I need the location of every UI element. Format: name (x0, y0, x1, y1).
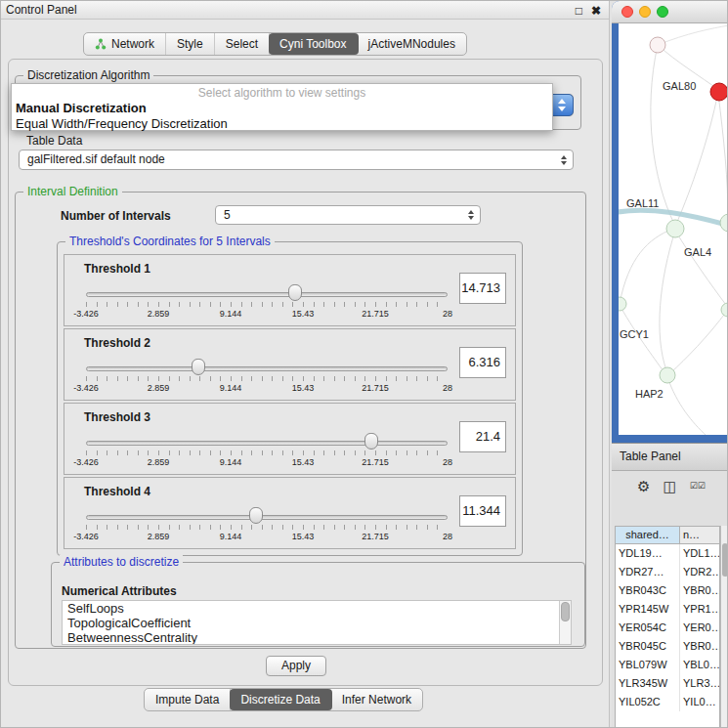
threshold-slider[interactable]: -3.426 2.859 9.144 15.43 21.715 28 (86, 505, 448, 546)
slider-track[interactable] (86, 515, 448, 520)
tab-label: Cyni Toolbox (279, 37, 346, 51)
dropdown-option-manual-discretization[interactable]: Manual Discretization (12, 101, 552, 116)
column-header-shared-name[interactable]: shared… (616, 527, 680, 543)
tab-impute-data[interactable]: Impute Data (145, 689, 231, 710)
attribute-list-item[interactable]: BetweennessCentrality (63, 630, 571, 645)
scale-label: 21.715 (362, 383, 389, 393)
minimize-traffic-light-icon[interactable] (639, 6, 651, 18)
slider-thumb[interactable] (249, 507, 263, 524)
dropdown-placeholder-option[interactable]: Select algorithm to view settings (12, 86, 552, 101)
attributes-legend: Attributes to discretize (60, 555, 183, 569)
number-of-intervals-combobox[interactable]: 5 (215, 205, 481, 225)
scale-label: 21.715 (362, 532, 389, 541)
name-cell: YDL1… (680, 544, 719, 563)
scale-label: 2.859 (148, 532, 170, 541)
table-row[interactable]: YDR27… YDR2… (616, 563, 719, 581)
name-cell: YDR2… (680, 563, 719, 581)
attribute-items: SelfLoops TopologicalCoefficient Between… (63, 601, 571, 645)
tab-label: Style (177, 37, 203, 51)
slider-track[interactable] (86, 441, 448, 446)
close-traffic-light-icon[interactable] (621, 6, 633, 18)
table-row[interactable]: YER054C YER0… (616, 619, 719, 637)
table-row[interactable]: YBR045C YBR0… (616, 637, 719, 656)
slider-thumb[interactable] (288, 284, 302, 301)
scale-label: 21.715 (362, 457, 389, 467)
node[interactable] (660, 367, 675, 383)
screen: Control Panel □ ✖ Network Style Select C… (0, 0, 728, 728)
tab-label: Network (111, 37, 154, 51)
column-header-name[interactable]: n… (680, 527, 719, 543)
table-data-label: Table Data (26, 134, 82, 148)
table-data-combobox[interactable]: galFiltered.sif default node (19, 150, 574, 170)
scale-label: 15.43 (292, 309, 315, 319)
scale-label: 21.715 (362, 309, 389, 319)
slider-scale-labels: -3.426 2.859 9.144 15.43 21.715 28 (86, 457, 448, 469)
shared-name-cell: YLR345W (616, 674, 680, 693)
thresholds-group: Threshold's Coordinates for 5 Intervals … (57, 241, 523, 556)
name-cell: YPR1… (680, 600, 719, 619)
threshold-slider[interactable]: -3.426 2.859 9.144 15.43 21.715 28 (86, 431, 448, 472)
threshold-row: Threshold 4 -3.426 2.859 9.144 15.43 21.… (64, 477, 516, 549)
node[interactable] (666, 220, 684, 237)
select-columns-icon[interactable]: ☑☑ (690, 482, 706, 491)
apply-button[interactable]: Apply (266, 656, 326, 676)
threshold-value-field[interactable]: 21.4 (459, 421, 506, 452)
node[interactable] (619, 297, 626, 311)
threshold-row: Threshold 3 -3.426 2.859 9.144 15.43 21.… (64, 403, 516, 475)
slider-tick-marks (86, 302, 448, 307)
algorithm-dropdown-popup: Select algorithm to view settings Manual… (11, 83, 553, 131)
tab-jactivemnodules[interactable]: jActiveMNodules (358, 33, 466, 55)
tab-infer-network[interactable]: Infer Network (331, 689, 422, 710)
slider-track[interactable] (86, 292, 448, 297)
tab-style[interactable]: Style (166, 33, 215, 55)
attributes-scrollbar[interactable] (559, 601, 571, 644)
tab-network[interactable]: Network (84, 33, 166, 55)
slider-track[interactable] (86, 366, 448, 371)
table-row[interactable]: YBR043C YBR0… (616, 581, 719, 600)
tab-cyni-toolbox[interactable]: Cyni Toolbox (269, 33, 358, 55)
attribute-list-item[interactable]: SelfLoops (63, 601, 571, 616)
threshold-slider[interactable]: -3.426 2.859 9.144 15.43 21.715 28 (86, 282, 448, 323)
network-node-labels: GAL80 GAL11 GAL4 GCY1 HAP2 (620, 80, 711, 400)
network-icon (95, 38, 107, 50)
threshold-value-field[interactable]: 11.344 (459, 495, 506, 527)
slider-thumb[interactable] (364, 433, 378, 450)
threshold-label: Threshold 2 (84, 336, 150, 350)
control-panel-titlebar: Control Panel □ ✖ (1, 1, 609, 20)
attribute-list-item[interactable]: TopologicalCoefficient (63, 616, 571, 630)
table-panel-title: Table Panel (620, 450, 681, 463)
network-canvas[interactable]: GAL80 GAL11 GAL4 GCY1 HAP2 (619, 23, 728, 435)
table-panel-header: Table Panel (612, 443, 728, 471)
table-row[interactable]: YDL19… YDL1… (616, 544, 719, 563)
table-row[interactable]: YLR345W YLR3… (616, 674, 719, 693)
tab-label: Impute Data (155, 693, 219, 707)
scale-label: 28 (443, 309, 452, 319)
scrollbar-thumb[interactable] (561, 602, 570, 621)
node-label: GAL4 (684, 246, 711, 258)
shared-name-cell: YDR27… (616, 563, 680, 581)
float-window-icon[interactable]: □ (576, 2, 582, 20)
gear-icon[interactable]: ⚙ (637, 479, 650, 493)
tab-discretize-data[interactable]: Discretize Data (230, 689, 331, 710)
table-row[interactable]: YIL052C YIL0… (616, 693, 719, 711)
slider-tick-marks (86, 525, 448, 530)
zoom-traffic-light-icon[interactable] (657, 6, 668, 18)
tab-select[interactable]: Select (215, 33, 270, 55)
columns-icon[interactable]: ◫ (663, 479, 676, 493)
threshold-value-field[interactable]: 6.316 (459, 347, 506, 378)
dropdown-option-equal-width-frequency[interactable]: Equal Width/Frequency Discretization (12, 116, 552, 132)
table-row[interactable]: YPR145W YPR1… (616, 600, 719, 619)
scrollbar-thumb[interactable] (722, 543, 728, 577)
close-icon[interactable]: ✖ (591, 2, 601, 20)
node[interactable] (721, 303, 728, 317)
number-of-intervals-label: Number of Intervals (61, 209, 171, 223)
scale-label: 9.144 (220, 457, 242, 467)
threshold-slider[interactable]: -3.426 2.859 9.144 15.43 21.715 28 (86, 357, 448, 398)
slider-thumb[interactable] (192, 359, 205, 375)
table-row[interactable]: YBL079W YBL0… (616, 656, 719, 674)
threshold-value-field[interactable]: 14.713 (459, 273, 506, 304)
node[interactable] (650, 37, 665, 53)
table-scrollbar[interactable] (720, 526, 728, 728)
node[interactable] (720, 214, 728, 232)
node-selected-red[interactable] (710, 83, 728, 101)
